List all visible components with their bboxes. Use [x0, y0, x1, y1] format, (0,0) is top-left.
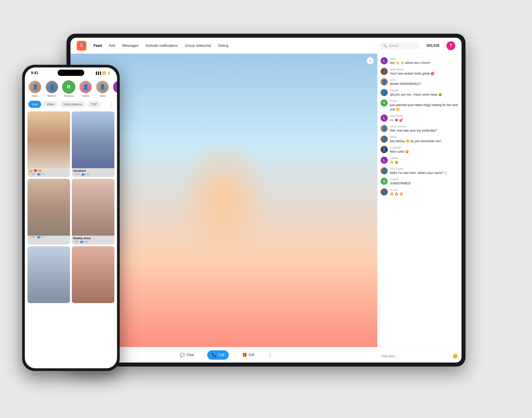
- tab-subscriptions[interactable]: Subscriptions: [60, 101, 85, 108]
- chat-message: 👤 Lynn WOW! PERRRRFECT: [381, 78, 458, 86]
- content-card[interactable]: 😊 ❤️ 🔥 ♡195 👥3.7k: [27, 111, 70, 177]
- card-likes: ♡68: [73, 240, 78, 243]
- message-content: irene_cheese hiiiii, how was your trip y…: [390, 125, 458, 133]
- chat-input[interactable]: [381, 354, 450, 358]
- avatar: S: [381, 99, 388, 106]
- content-card[interactable]: ♡144 👥3.17: [27, 179, 70, 244]
- story-item[interactable]: 👤 Kitana: [79, 80, 92, 97]
- message-content: simon just watched your latest vlog)) wa…: [390, 99, 458, 112]
- story-avatar: 👤: [45, 80, 58, 94]
- message-text: Yey!! new avatar! looks great 💋: [390, 71, 458, 76]
- nav-dating[interactable]: Dating: [218, 44, 228, 48]
- story-name: Erica: [116, 94, 117, 97]
- chat-message: 👤 bean.diesel Yey!! new avatar! looks gr…: [381, 68, 458, 76]
- story-item[interactable]: 👤 Misha K: [45, 80, 58, 97]
- avatar: L: [381, 115, 388, 122]
- phone-screen: 9:41 ▐▐▐ 📶 🔋 👤 Kacy 👤 Misha K R: [25, 68, 117, 368]
- story-item[interactable]: 👤 Kacy: [28, 80, 42, 97]
- gift-label: Gift: [249, 353, 254, 357]
- gift-button[interactable]: 🎁 Gift: [238, 350, 259, 360]
- card-title: Reality show: [72, 236, 114, 240]
- card-viewers: 👥3.17: [37, 236, 45, 239]
- user-avatar[interactable]: T: [446, 41, 455, 50]
- nav-add[interactable]: Add: [109, 44, 115, 48]
- content-card[interactable]: [27, 246, 70, 303]
- chat-message: 👤 irene_cheese hiiiii, how was your trip…: [381, 125, 458, 133]
- message-content: Oliver hey Melisa 😁 do you remember me?: [390, 136, 458, 144]
- message-content: little Ferrell 👀 💗 💕: [390, 115, 458, 122]
- tablet-screen: 🎯 Feed Add Messages Activate notificatio…: [70, 38, 462, 362]
- message-content: Rich Peach hello! I'm new here. what's y…: [390, 167, 458, 175]
- tablet-header: 🎯 Feed Add Messages Activate notificatio…: [70, 38, 462, 54]
- chat-button[interactable]: 💬 Chat: [175, 350, 198, 360]
- nav-group[interactable]: Group videochat: [185, 44, 211, 48]
- card-viewers: 👥3.7k: [37, 173, 45, 175]
- battery-icon: 🔋: [107, 71, 111, 75]
- tablet-device: 🎯 Feed Add Messages Activate notificatio…: [66, 34, 466, 367]
- avatar: 👤: [381, 89, 388, 96]
- grid-row: 😊 ❤️ 🔥 ♡195 👥3.7k Vacation! ♡270 👥4.64: [27, 111, 114, 177]
- chat-input-area: 🙂: [377, 349, 462, 362]
- story-item[interactable]: R Rebecca: [62, 80, 75, 97]
- card-viewers: 👥4.64: [82, 173, 89, 176]
- close-button[interactable]: ×: [367, 57, 374, 64]
- call-button[interactable]: 📞 Call: [207, 350, 229, 360]
- message-text: Nice curls! 😄: [390, 150, 458, 154]
- grid-row: [27, 246, 114, 303]
- coin-count: 850,028: [426, 44, 439, 48]
- avatar: 👤: [381, 68, 388, 75]
- card-stats: ♡144 👥3.17: [27, 236, 70, 240]
- app-logo[interactable]: 🎯: [77, 41, 87, 51]
- scene: 🎯 Feed Add Messages Activate notificatio…: [22, 20, 510, 398]
- card-likes: ♡144: [29, 236, 35, 239]
- content-card[interactable]: Vacation! ♡270 👥4.64: [72, 111, 114, 177]
- nav-activate[interactable]: Activate notifications: [146, 44, 178, 48]
- search-box[interactable]: 🔍 Search: [379, 42, 419, 49]
- nav-messages[interactable]: Messages: [122, 44, 139, 48]
- tabs-more[interactable]: ⋮: [109, 102, 113, 107]
- avatar: S: [381, 178, 388, 185]
- avatar: L: [381, 157, 388, 164]
- tab-live[interactable]: Live: [28, 101, 41, 108]
- story-avatar: R: [62, 80, 75, 94]
- avatar: 👤: [381, 146, 388, 153]
- card-likes: ♡270: [73, 173, 79, 176]
- message-text: SUBSCRIBED!: [390, 181, 458, 186]
- card-likes: ♡195: [29, 173, 35, 175]
- username: Kate89: [390, 89, 458, 92]
- chat-message: S swantie SUBSCRIBED!: [381, 178, 458, 186]
- card-stats: ♡68 👥3.19: [72, 240, 114, 244]
- chat-label: Chat: [187, 353, 194, 357]
- username: Oliver: [390, 136, 458, 139]
- avatar: 👤: [381, 78, 388, 85]
- content-card[interactable]: Reality show ♡68 👥3.19: [72, 179, 114, 244]
- emoji-button[interactable]: 🙂: [453, 353, 458, 359]
- story-item[interactable]: E Erica: [113, 80, 117, 97]
- story-avatar: 👤: [96, 80, 109, 94]
- nav-feed[interactable]: Feed: [94, 44, 102, 48]
- card-thumbnail: [72, 111, 114, 168]
- username: swantie: [390, 178, 458, 181]
- story-item[interactable]: 👤 Silvia: [96, 80, 109, 97]
- message-text: 👋 😄: [390, 160, 458, 165]
- avatar: 👤: [381, 125, 388, 132]
- tab-video[interactable]: Video: [43, 101, 58, 108]
- chat-message: 👤 Rich Peach hello! I'm new here. what's…: [381, 167, 458, 175]
- chat-message: L Linda8 👋 😄: [381, 157, 458, 165]
- story-avatar: 👤: [79, 80, 92, 94]
- message-text: hey Melisa 😁 do you remember me?: [390, 139, 458, 144]
- card-viewers: 👥3.19: [80, 240, 88, 243]
- message-content: Kate89 @Lynn, pm me, i have some news 😃: [390, 89, 458, 97]
- story-name: Kitana: [82, 94, 89, 97]
- chat-message: 👤 Oliver hey Melisa 😁 do you remember me…: [381, 136, 458, 144]
- content-card[interactable]: [72, 246, 114, 303]
- story-avatar: E: [113, 80, 117, 94]
- username: Leon: [390, 57, 458, 60]
- avatar: L: [381, 57, 388, 64]
- message-text: WOW! PERRRRFECT: [390, 82, 458, 86]
- username: Te-Jay: [390, 188, 458, 191]
- phone-stories: 👤 Kacy 👤 Misha K R Rebecca 👤 Kitana 👤: [25, 79, 117, 99]
- tab-top[interactable]: TOP: [87, 101, 101, 108]
- more-options[interactable]: ⋮: [267, 352, 272, 358]
- username: irene_cheese: [390, 125, 458, 128]
